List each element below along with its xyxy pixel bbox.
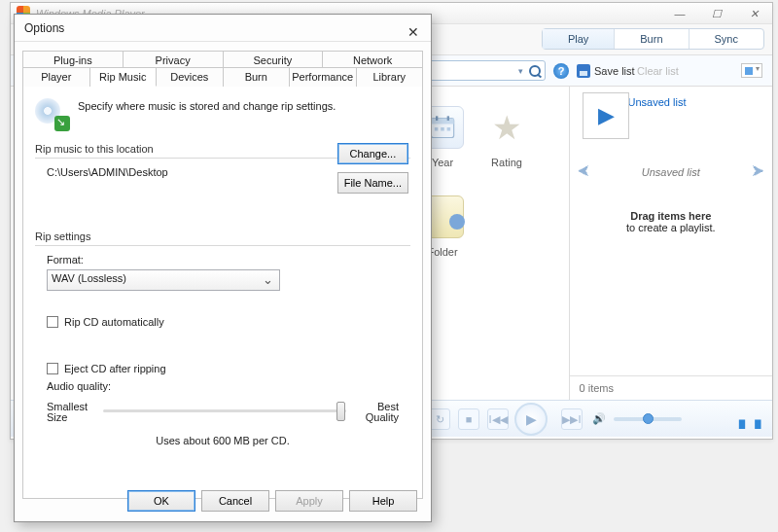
dialog-close-button[interactable]: ✕ bbox=[402, 18, 425, 36]
library-tile-year-label: Year bbox=[432, 157, 453, 168]
playlist-thumbnail[interactable] bbox=[583, 92, 629, 139]
minimize-button[interactable]: — bbox=[661, 3, 698, 24]
help-icon[interactable]: ? bbox=[553, 63, 569, 79]
list-options-button[interactable] bbox=[741, 63, 762, 78]
rip-auto-checkbox[interactable]: Rip CD automatically bbox=[47, 316, 410, 328]
prev-track-button[interactable]: I◀◀ bbox=[487, 408, 509, 430]
help-button[interactable]: Help bbox=[349, 490, 417, 512]
dialog-buttons: OK Cancel Apply Help bbox=[127, 490, 417, 512]
volume-knob[interactable] bbox=[643, 413, 654, 424]
svg-rect-6 bbox=[447, 127, 451, 131]
apply-button[interactable]: Apply bbox=[275, 490, 343, 512]
audio-quality-slider[interactable]: SmallestSize BestQuality bbox=[47, 394, 399, 421]
tab-burn[interactable]: Burn bbox=[615, 29, 689, 49]
svg-rect-5 bbox=[441, 127, 444, 131]
slider-label-min: SmallestSize bbox=[47, 402, 95, 423]
tab-library[interactable]: Library bbox=[357, 67, 424, 87]
change-location-button[interactable]: Change... bbox=[337, 143, 408, 164]
rip-cd-icon bbox=[35, 96, 68, 129]
file-name-button[interactable]: File Name... bbox=[337, 172, 408, 194]
stop-button[interactable]: ■ bbox=[458, 408, 479, 430]
library-tile-folder-label: Folder bbox=[427, 246, 457, 258]
search-dropdown-icon[interactable]: ▾ bbox=[518, 66, 523, 76]
tab-player[interactable]: Player bbox=[22, 67, 90, 87]
dialog-titlebar: Options ✕ bbox=[15, 15, 431, 42]
playlist-nav: ⮜ Unsaved list ⮞ bbox=[570, 160, 772, 183]
options-dialog: Options ✕ Plug-ins Privacy Security Netw… bbox=[14, 14, 432, 522]
save-list-label: Save list bbox=[594, 65, 635, 77]
window-controls: — ☐ ✕ bbox=[661, 3, 772, 24]
save-list-button[interactable]: Save list bbox=[577, 64, 635, 78]
tab-rip-music[interactable]: Rip Music bbox=[90, 67, 158, 87]
wmp-mode-tabs: Play Burn Sync bbox=[542, 28, 764, 50]
eject-cd-label: Eject CD after ripping bbox=[64, 363, 166, 374]
settings-group-label: Rip settings bbox=[35, 231, 410, 242]
svg-rect-4 bbox=[435, 127, 439, 131]
tab-sync[interactable]: Sync bbox=[690, 29, 763, 49]
options-tabs: Plug-ins Privacy Security Network Player… bbox=[22, 48, 423, 86]
checkbox-icon bbox=[47, 363, 58, 374]
playlist-drop-hint: Drag items here to create a playlist. bbox=[570, 210, 772, 233]
drop-hint-line1: Drag items here bbox=[570, 210, 772, 222]
format-select[interactable]: WAV (Lossless) bbox=[47, 269, 280, 291]
star-icon bbox=[485, 106, 528, 149]
volume-icon[interactable]: 🔊 bbox=[592, 412, 606, 426]
library-tile-rating[interactable]: Rating bbox=[479, 106, 534, 168]
cancel-button[interactable]: Cancel bbox=[201, 490, 269, 512]
ok-button[interactable]: OK bbox=[127, 490, 195, 512]
format-label: Format: bbox=[47, 254, 410, 266]
prev-playlist-icon[interactable]: ⮜ bbox=[578, 164, 590, 179]
format-value: WAV (Lossless) bbox=[52, 272, 126, 284]
tab-play[interactable]: Play bbox=[543, 29, 615, 49]
search-icon bbox=[529, 65, 541, 77]
maximize-button[interactable]: ☐ bbox=[698, 3, 735, 24]
slider-knob[interactable] bbox=[336, 402, 345, 421]
rip-auto-label: Rip CD automatically bbox=[64, 316, 164, 328]
slider-label-max: BestQuality bbox=[356, 402, 399, 423]
divider bbox=[35, 245, 410, 246]
tab-devices[interactable]: Devices bbox=[157, 67, 224, 87]
panel-header: Specify where music is stored and change… bbox=[35, 96, 410, 129]
save-icon bbox=[577, 64, 590, 78]
eject-cd-checkbox[interactable]: Eject CD after ripping bbox=[47, 363, 410, 374]
checkbox-icon bbox=[47, 316, 58, 328]
svg-rect-1 bbox=[431, 119, 453, 124]
play-button[interactable]: ▶ bbox=[514, 403, 548, 436]
rip-music-panel: Specify where music is stored and change… bbox=[22, 86, 423, 499]
tab-burn[interactable]: Burn bbox=[224, 67, 291, 87]
repeat-button[interactable]: ↻ bbox=[429, 408, 450, 430]
switch-view-button[interactable]: ▖▗ bbox=[739, 410, 759, 429]
tab-performance[interactable]: Performance bbox=[290, 67, 357, 87]
storage-estimate: Uses about 600 MB per CD. bbox=[35, 435, 410, 446]
drop-hint-line2: to create a playlist. bbox=[626, 222, 716, 233]
dialog-title: Options bbox=[24, 21, 64, 35]
playlist-item-count: 0 items bbox=[570, 375, 772, 400]
next-track-button[interactable]: ▶▶I bbox=[561, 408, 583, 430]
next-playlist-icon[interactable]: ⮞ bbox=[752, 164, 764, 179]
clear-list-button[interactable]: Clear list bbox=[637, 65, 679, 77]
panel-intro: Specify where music is stored and change… bbox=[78, 96, 336, 129]
search-input[interactable]: ▾ bbox=[429, 60, 546, 81]
close-button[interactable]: ✕ bbox=[735, 3, 772, 24]
audio-quality-label: Audio quality: bbox=[47, 380, 410, 392]
volume-slider[interactable] bbox=[614, 417, 682, 421]
library-tile-rating-label: Rating bbox=[491, 157, 522, 168]
slider-track[interactable] bbox=[103, 409, 346, 412]
playlist-nav-title: Unsaved list bbox=[642, 166, 700, 178]
